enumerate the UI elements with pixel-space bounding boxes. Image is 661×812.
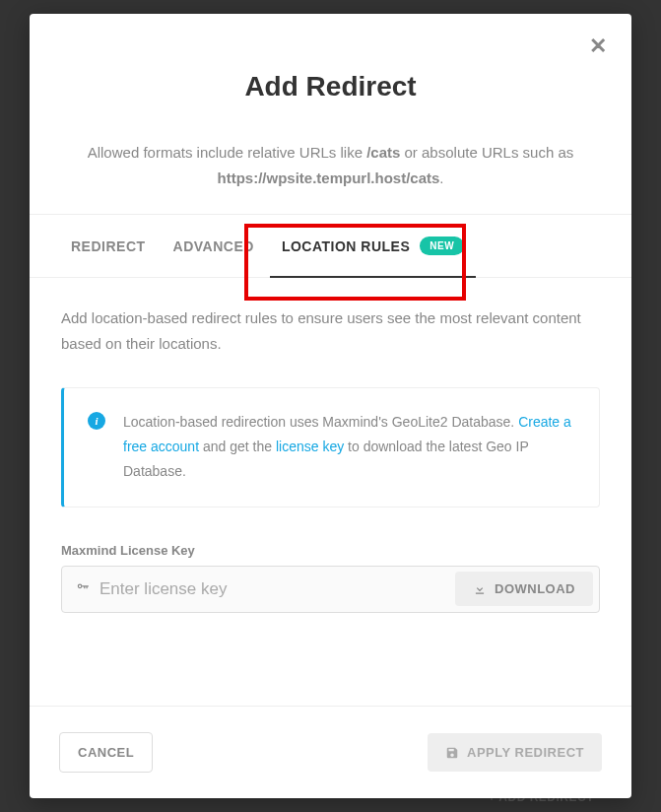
tabs-nav: REDIRECT ADVANCED LOCATION RULES NEW — [30, 214, 631, 278]
download-button[interactable]: DOWNLOAD — [455, 572, 593, 606]
info-text-part: and get the — [199, 439, 276, 454]
modal-footer: CANCEL APPLY REDIRECT — [30, 706, 631, 798]
tab-location-rules[interactable]: LOCATION RULES NEW — [268, 215, 478, 277]
download-button-label: DOWNLOAD — [495, 581, 575, 596]
subtitle-text: or absolute URLs such as — [400, 144, 573, 161]
info-icon: i — [88, 412, 105, 430]
tab-advanced[interactable]: ADVANCED — [160, 215, 268, 277]
apply-redirect-button[interactable]: APPLY REDIRECT — [428, 733, 602, 772]
license-key-label: Maxmind License Key — [61, 543, 600, 558]
info-text-part: Location-based redirection uses Maxmind'… — [123, 414, 518, 430]
license-key-input[interactable] — [99, 567, 455, 612]
info-text: Location-based redirection uses Maxmind'… — [123, 410, 575, 485]
modal-header: Add Redirect Allowed formats include rel… — [30, 14, 631, 214]
apply-button-label: APPLY REDIRECT — [467, 745, 584, 760]
subtitle-text: Allowed formats include relative URLs li… — [88, 144, 366, 161]
tab-label: REDIRECT — [71, 238, 146, 254]
download-icon — [473, 582, 487, 596]
tab-label: LOCATION RULES — [282, 238, 410, 254]
info-box: i Location-based redirection uses Maxmin… — [61, 387, 600, 508]
license-key-link[interactable]: license key — [276, 439, 344, 454]
subtitle-bold: /cats — [366, 144, 400, 161]
add-redirect-modal: ✕ Add Redirect Allowed formats include r… — [30, 14, 631, 798]
new-badge: NEW — [420, 237, 464, 255]
body-intro-text: Add location-based redirect rules to ens… — [61, 305, 600, 356]
modal-body: Add location-based redirect rules to ens… — [30, 278, 631, 706]
tab-redirect[interactable]: REDIRECT — [57, 215, 160, 277]
tab-label: ADVANCED — [173, 238, 254, 254]
close-icon: ✕ — [589, 34, 607, 58]
close-button[interactable]: ✕ — [586, 35, 610, 59]
subtitle-text: . — [439, 169, 443, 186]
modal-title: Add Redirect — [69, 71, 592, 102]
cancel-button[interactable]: CANCEL — [59, 732, 153, 773]
modal-subtitle: Allowed formats include relative URLs li… — [70, 140, 592, 190]
save-icon — [445, 746, 459, 760]
license-key-input-row: DOWNLOAD — [61, 566, 600, 613]
key-icon — [76, 580, 90, 597]
subtitle-bold: https://wpsite.tempurl.host/cats — [217, 169, 439, 186]
